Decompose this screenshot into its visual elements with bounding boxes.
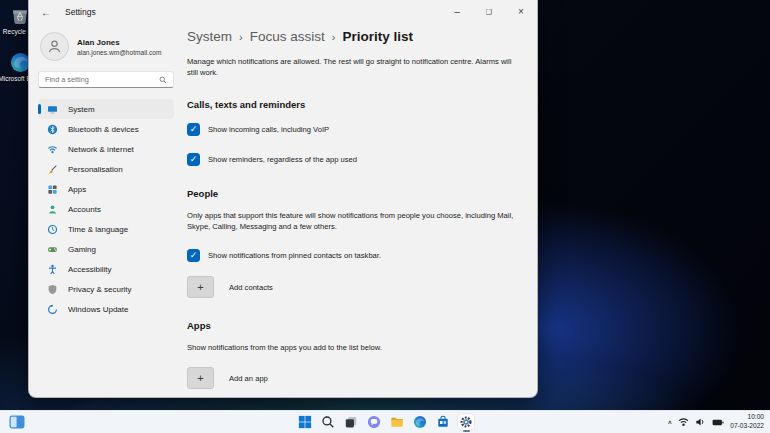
close-button[interactable]: ×	[505, 0, 537, 23]
checkbox-row-pinned-contacts: ✓ Show notifications from pinned contact…	[187, 249, 523, 262]
settings-taskbar-button[interactable]	[457, 413, 475, 431]
clock-icon	[47, 224, 58, 235]
file-explorer-button[interactable]	[388, 413, 406, 431]
taskbar: ∧ 10:00 07-03-2022	[0, 410, 770, 433]
chevron-right-icon: ›	[332, 30, 336, 43]
section-people-title: People	[187, 188, 523, 199]
sidebar-item-system[interactable]: System	[38, 99, 174, 119]
breadcrumb: System › Focus assist › Priority list	[187, 29, 523, 44]
section-calls-title: Calls, texts and reminders	[187, 99, 523, 110]
checkbox-incoming-calls[interactable]: ✓	[187, 123, 200, 136]
sidebar-item-label: Gaming	[68, 245, 96, 254]
account-info: Alan Jones alan.jones.wm@hotmail.com	[40, 32, 174, 61]
person-icon	[47, 204, 58, 215]
apps-description: Show notifications from the apps you add…	[187, 342, 517, 353]
sidebar-item-privacy-security[interactable]: Privacy & security	[38, 279, 174, 299]
shield-icon	[47, 284, 58, 295]
add-app-label: Add an app	[229, 374, 268, 383]
checkbox-row-incoming-calls: ✓ Show incoming calls, including VoIP	[187, 123, 523, 136]
system-icon	[47, 104, 58, 115]
add-contacts-label: Add contacts	[229, 283, 273, 292]
sidebar-item-accessibility[interactable]: Accessibility	[38, 259, 174, 279]
settings-search	[38, 71, 174, 88]
taskbar-center	[296, 413, 475, 431]
plus-icon: +	[187, 367, 214, 389]
tray-volume-icon[interactable]	[695, 417, 706, 427]
minimize-button[interactable]: –	[441, 0, 473, 23]
update-arrows-icon	[47, 304, 58, 315]
account-name: Alan Jones	[77, 38, 161, 47]
titlebar: ← Settings – ❑ ×	[29, 0, 537, 24]
settings-sidebar: Alan Jones alan.jones.wm@hotmail.com	[29, 24, 181, 397]
maximize-button[interactable]: ❑	[473, 0, 505, 23]
section-apps-title: Apps	[187, 320, 523, 331]
checkbox-reminders[interactable]: ✓	[187, 153, 200, 166]
paintbrush-icon	[47, 164, 58, 175]
system-tray: ∧ 10:00 07-03-2022	[667, 413, 764, 430]
window-controls: – ❑ ×	[441, 0, 537, 24]
people-description: Only apps that support this feature will…	[187, 210, 517, 232]
sidebar-item-label: System	[68, 105, 95, 114]
sidebar-item-label: Network & internet	[68, 145, 134, 154]
page-title: Priority list	[342, 29, 413, 44]
window-title: Settings	[65, 7, 96, 17]
search-input[interactable]	[45, 75, 159, 84]
sidebar-item-accounts[interactable]: Accounts	[38, 199, 174, 219]
checkbox-row-reminders: ✓ Show reminders, regardless of the app …	[187, 153, 523, 166]
taskbar-clock[interactable]: 10:00 07-03-2022	[730, 413, 764, 430]
sidebar-nav: System Bluetooth & devices Network & int…	[38, 99, 174, 319]
tray-wifi-icon[interactable]	[678, 417, 689, 427]
sidebar-item-label: Apps	[68, 185, 86, 194]
edge-taskbar-button[interactable]	[411, 413, 429, 431]
tray-battery-icon[interactable]	[712, 418, 724, 427]
breadcrumb-system[interactable]: System	[187, 29, 232, 44]
sidebar-item-label: Privacy & security	[68, 285, 132, 294]
sidebar-item-personalisation[interactable]: Personalisation	[38, 159, 174, 179]
accessibility-person-icon	[47, 264, 58, 275]
task-view-button[interactable]	[342, 413, 360, 431]
page-description: Manage which notifications are allowed. …	[187, 56, 517, 78]
checkbox-pinned-contacts[interactable]: ✓	[187, 249, 200, 262]
sidebar-item-label: Accessibility	[68, 265, 112, 274]
sidebar-item-bluetooth-devices[interactable]: Bluetooth & devices	[38, 119, 174, 139]
settings-main-pane: System › Focus assist › Priority list Ma…	[181, 24, 537, 397]
sidebar-item-label: Personalisation	[68, 165, 123, 174]
add-app-button[interactable]: + Add an app	[187, 367, 523, 389]
chevron-right-icon: ›	[239, 30, 243, 43]
apps-icon	[47, 184, 58, 195]
taskbar-search-button[interactable]	[319, 413, 337, 431]
sidebar-item-label: Accounts	[68, 205, 101, 214]
chat-button[interactable]	[365, 413, 383, 431]
sidebar-item-apps[interactable]: Apps	[38, 179, 174, 199]
widgets-button[interactable]	[9, 415, 25, 430]
sidebar-item-label: Bluetooth & devices	[68, 125, 139, 134]
sidebar-item-label: Windows Update	[68, 305, 128, 314]
sidebar-item-windows-update[interactable]: Windows Update	[38, 299, 174, 319]
sidebar-item-label: Time & language	[68, 225, 128, 234]
sidebar-item-network-internet[interactable]: Network & internet	[38, 139, 174, 159]
bluetooth-icon	[47, 124, 58, 135]
back-button[interactable]: ←	[41, 7, 57, 18]
checkbox-label: Show incoming calls, including VoIP	[208, 125, 329, 134]
checkbox-label: Show reminders, regardless of the app us…	[208, 155, 357, 164]
account-email: alan.jones.wm@hotmail.com	[77, 49, 161, 56]
sidebar-item-time-language[interactable]: Time & language	[38, 219, 174, 239]
add-contacts-button[interactable]: + Add contacts	[187, 276, 523, 298]
tray-chevron-up-icon[interactable]: ∧	[667, 419, 672, 425]
plus-icon: +	[187, 276, 214, 298]
breadcrumb-focus-assist[interactable]: Focus assist	[250, 29, 325, 44]
screen: Recycle Bin Microsoft Edge ← Settings – …	[0, 0, 770, 433]
clock-date: 07-03-2022	[730, 422, 764, 431]
avatar	[40, 32, 69, 61]
wifi-icon	[47, 144, 58, 155]
checkbox-label: Show notifications from pinned contacts …	[208, 251, 381, 260]
sidebar-item-gaming[interactable]: Gaming	[38, 239, 174, 259]
search-icon	[159, 76, 167, 84]
start-button[interactable]	[296, 413, 314, 431]
microsoft-store-button[interactable]	[434, 413, 452, 431]
clock-time: 10:00	[730, 413, 764, 422]
settings-window: ← Settings – ❑ × Alan	[28, 0, 538, 398]
game-controller-icon	[47, 244, 58, 255]
